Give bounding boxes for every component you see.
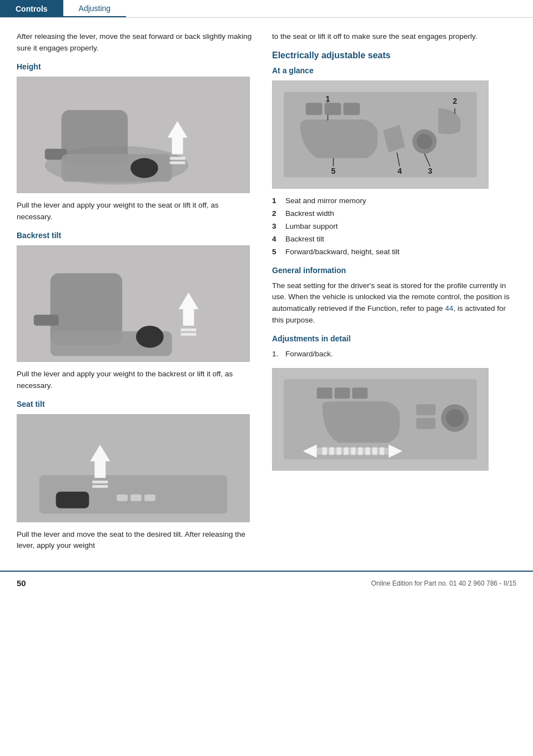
height-heading: Height (17, 62, 255, 71)
list-item: 3 Lumbar support (272, 221, 516, 233)
component-list: 1 Seat and mirror memory 2 Backrest widt… (272, 195, 516, 258)
right-intro: to the seat or lift it off to make sure … (272, 31, 516, 43)
footer: 50 Online Edition for Part no. 01 40 2 9… (0, 571, 533, 594)
right-column: to the seat or lift it off to make sure … (272, 31, 516, 560)
header-tabs: Controls Adjusting (0, 0, 533, 18)
svg-text:5: 5 (331, 167, 336, 175)
svg-rect-15 (181, 328, 197, 331)
height-caption: Pull the lever and apply your weight to … (17, 200, 255, 223)
seat-tilt-svg (17, 414, 249, 522)
svg-rect-22 (144, 494, 155, 501)
item-label: Backrest width (285, 208, 516, 220)
intro-text: After releasing the lever, move the seat… (17, 31, 255, 54)
footer-text: Online Edition for Part no. 01 40 2 960 … (371, 579, 516, 587)
item-label: Forward/backward, height, seat tilt (285, 246, 516, 258)
svg-text:2: 2 (452, 97, 457, 105)
svg-rect-46 (317, 387, 333, 399)
item-num: 1 (272, 195, 285, 207)
page-number: 50 (17, 578, 26, 588)
svg-rect-47 (334, 387, 350, 399)
svg-rect-24 (92, 480, 108, 483)
svg-rect-21 (130, 494, 142, 501)
svg-point-13 (136, 325, 164, 347)
svg-rect-60 (351, 447, 355, 455)
elec-heading: Electrically adjustable seats (272, 51, 516, 61)
elec-svg: 1 2 3 4 5 (273, 80, 488, 189)
svg-text:3: 3 (428, 167, 433, 175)
adjustment-item: 1. Forward/back. (272, 349, 516, 360)
main-content: After releasing the lever, move the seat… (0, 18, 533, 560)
svg-rect-16 (181, 332, 197, 335)
tab-controls[interactable]: Controls (0, 0, 63, 17)
svg-rect-63 (373, 447, 377, 455)
item-label: Lumbar support (285, 221, 516, 233)
list-item: 5 Forward/backward, height, seat tilt (272, 246, 516, 258)
svg-rect-64 (380, 447, 384, 455)
adj-label: Forward/back. (285, 349, 333, 360)
general-info-link[interactable]: 44 (445, 304, 453, 313)
elec-diagram-image: 1 2 3 4 5 (272, 80, 489, 189)
svg-rect-48 (352, 387, 368, 399)
height-image (17, 77, 250, 193)
forward-svg (273, 368, 488, 471)
seat-tilt-caption: Pull the lever and move the seat to the … (17, 529, 255, 552)
svg-rect-20 (117, 494, 128, 501)
seat-tilt-image (17, 414, 250, 522)
svg-rect-25 (92, 485, 108, 487)
backrest-svg (17, 245, 249, 362)
svg-rect-56 (323, 447, 327, 455)
svg-rect-7 (170, 157, 185, 160)
left-column: After releasing the lever, move the seat… (17, 31, 255, 560)
item-label: Seat and mirror memory (285, 195, 516, 207)
item-num: 3 (272, 221, 285, 233)
height-svg (17, 77, 249, 193)
svg-rect-58 (336, 447, 341, 455)
svg-rect-30 (343, 103, 360, 115)
svg-rect-28 (306, 103, 323, 115)
svg-rect-29 (325, 103, 341, 115)
adjustments-heading: Adjustments in detail (272, 334, 516, 343)
list-item: 2 Backrest width (272, 208, 516, 220)
list-item: 1 Seat and mirror memory (272, 195, 516, 207)
tab-adjusting[interactable]: Adjusting (63, 0, 127, 17)
general-info-text: The seat setting for the driver's seat i… (272, 280, 516, 327)
svg-rect-50 (416, 418, 436, 429)
item-num: 5 (272, 246, 285, 258)
svg-point-32 (417, 134, 433, 149)
adjustments-list: 1. Forward/back. (272, 349, 516, 360)
seat-tilt-heading: Seat tilt (17, 400, 255, 409)
backrest-image (17, 245, 250, 362)
svg-rect-62 (365, 447, 370, 455)
item-num: 4 (272, 234, 285, 245)
svg-rect-59 (344, 447, 348, 455)
svg-rect-8 (170, 162, 185, 164)
svg-rect-57 (329, 447, 334, 455)
svg-text:4: 4 (398, 167, 402, 175)
backrest-heading: Backrest tilt (17, 231, 255, 240)
svg-rect-61 (358, 447, 363, 455)
backrest-caption: Pull the lever and apply your weight to … (17, 369, 255, 392)
item-num: 2 (272, 208, 285, 220)
svg-point-52 (446, 409, 464, 427)
item-label: Backrest tilt (285, 234, 516, 245)
svg-rect-49 (416, 404, 436, 415)
general-info-heading: General information (272, 266, 516, 275)
svg-rect-12 (34, 315, 59, 326)
list-item: 4 Backrest tilt (272, 234, 516, 245)
forward-back-image (272, 368, 489, 471)
svg-point-5 (130, 158, 158, 178)
adj-num: 1. (272, 349, 285, 360)
svg-rect-19 (56, 491, 89, 508)
at-glance-heading: At a glance (272, 66, 516, 75)
